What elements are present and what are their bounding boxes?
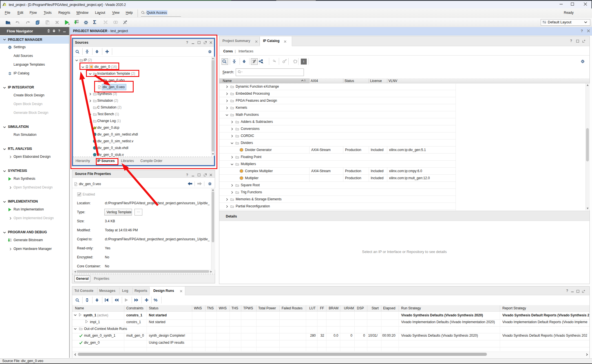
- svg-text:10: 10: [77, 22, 78, 23]
- svg-text:10: 10: [10, 240, 12, 242]
